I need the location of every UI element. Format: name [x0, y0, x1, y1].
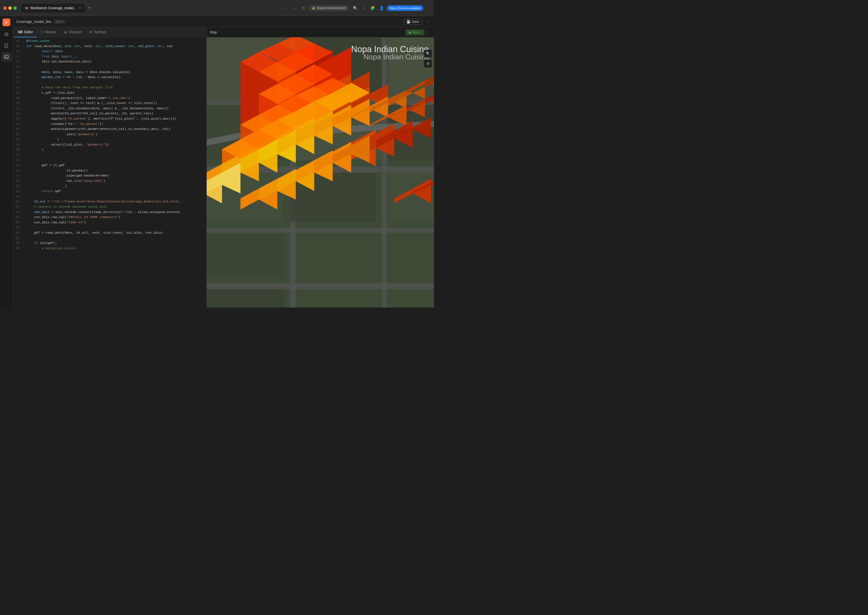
reload-button[interactable]: ↻ [300, 5, 307, 11]
table-row: 53 con_ibis.raw_sql("INSTALL h3 FROM com… [13, 215, 206, 220]
table-row: 23 ibis.set_backend(con_ibis) [13, 59, 206, 64]
forward-button[interactable]: → [291, 5, 299, 11]
table-row: 24 [13, 64, 206, 70]
table-row: 57 [13, 236, 206, 241]
table-row: 52 con_ibis = ibis.duckdb.connect(temp_d… [13, 210, 206, 215]
table-row: 29 t_gdf = (con_ibis [13, 91, 206, 96]
sidebar-item-editor[interactable] [2, 52, 11, 62]
chevron-down-icon: ▾ [62, 20, 63, 23]
svg-text:F: F [5, 20, 8, 25]
tab-bar: W Workbench Coverage_model... ✕ + [21, 4, 280, 12]
tile-label: Tile [56, 20, 61, 23]
svg-text:Nopa Indian Cuisine: Nopa Indian Cuisine [351, 44, 429, 54]
browser-controls: ← → ↻ 🔒 fused.io/workbench [282, 5, 349, 11]
profile-icon[interactable]: 👤 [378, 5, 386, 11]
new-chrome-badge[interactable]: New Chrome available [387, 5, 424, 11]
lock-icon: 🔒 [312, 6, 315, 9]
active-tab[interactable]: W Workbench Coverage_model... ✕ [21, 4, 85, 12]
sidebar: F [0, 16, 13, 308]
extensions-icon[interactable]: 🧩 [368, 5, 377, 11]
run-button[interactable]: ▶ Run ▾ [405, 29, 424, 35]
table-row: 39 .select([col_plot, 'geometry']) [13, 142, 206, 147]
map-title: Map [210, 30, 217, 34]
svg-rect-3 [5, 55, 8, 59]
split-view: ⌨ Editor ⬡ Module ◈ Visualize ⚙ Settings [13, 27, 434, 308]
back-button[interactable]: ← [282, 5, 289, 11]
settings-tab-icon: ⚙ [89, 30, 92, 34]
maximize-button[interactable] [13, 6, 17, 10]
map-layers-button[interactable]: ⊞ [424, 60, 432, 67]
table-row: 31 .filter((_.tech == tech) & (_.site_co… [13, 101, 206, 106]
table-row: 47 ) [13, 184, 206, 189]
file-title: Coverage_model_ibis [16, 20, 51, 24]
editor-tab-icon: ⌨ [18, 30, 23, 34]
table-row: 40 ) [13, 147, 206, 153]
table-row: 26 parent_res = 15 - (19 - bbox.z.values… [13, 75, 206, 80]
close-button[interactable] [3, 6, 7, 10]
search-icon[interactable]: 🔍 [351, 5, 359, 11]
browser-actions: 🔍 ☆ 🧩 👤 New Chrome available ⋮ [351, 5, 431, 11]
table-row: 42 [13, 158, 206, 163]
browser-chrome: W Workbench Coverage_model... ✕ + ← → ↻ … [0, 0, 434, 16]
table-row: 37 .cast('geometry') [13, 132, 206, 137]
tab-visualize[interactable]: ◈ Visualize [60, 27, 86, 37]
table-row: 38 ) [13, 137, 206, 142]
tab-editor[interactable]: ⌨ Editor [14, 27, 37, 37]
table-row: 28 # Read the data from the parquet file [13, 85, 206, 91]
table-row: 54 con_ibis.raw_sql("LOAD h3") [13, 220, 206, 225]
tab-close-button[interactable]: ✕ [79, 6, 81, 9]
bookmark-icon[interactable]: ☆ [360, 5, 368, 11]
browser-menu-button[interactable]: ⋮ [424, 5, 431, 11]
editor-tabs: ⌨ Editor ⬡ Module ◈ Visualize ⚙ Settings [13, 27, 206, 37]
svg-rect-57 [207, 289, 283, 308]
visualize-tab-icon: ◈ [64, 30, 67, 34]
code-editor: ⌨ Editor ⬡ Module ◈ Visualize ⚙ Settings [13, 27, 207, 308]
svg-rect-23 [207, 283, 434, 289]
traffic-lights [3, 6, 17, 10]
app-container: F [0, 16, 434, 308]
table-row: 36 .mutate(geometry=ST_GeomFromText(h3_c… [13, 126, 206, 132]
code-content[interactable]: 19 @fused.cache20▾def read_data(bbox, ur… [13, 37, 206, 308]
play-icon: ▶ [409, 30, 411, 34]
save-button[interactable]: 💾 Save [404, 19, 422, 25]
tab-settings[interactable]: ⚙ Settings [86, 27, 110, 37]
svg-rect-22 [207, 228, 434, 233]
table-row: 41 [13, 153, 206, 158]
tile-badge[interactable]: Tile ▾ [53, 19, 66, 24]
table-row: 35 .rename({'h3': 'h3_parent'}) [13, 122, 206, 127]
table-row: 45 .pipe(gpd.GeoDataFrame) [13, 173, 206, 178]
table-row: 27 [13, 80, 206, 85]
tab-module[interactable]: ⬡ Module [37, 27, 60, 37]
table-row: 33 .mutate(h3_parent=h3_cell_to_parent(_… [13, 111, 206, 116]
toolbar-menu-button[interactable]: ⋮ [424, 19, 431, 25]
table-row: 20▾def read_data(bbox, url: str, tech: s… [13, 44, 206, 49]
map-menu-button[interactable]: ⋮ [424, 29, 431, 36]
map-panel: Map ▶ Run ▾ ⋮ [207, 27, 434, 308]
main-content: Coverage_model_ibis Tile ▾ 💾 Save ⋮ ⌨ Ed… [13, 16, 434, 308]
table-row: 25 minx, miny, maxx, maxy = bbox.bounds.… [13, 70, 206, 75]
map-header: Map ▶ Run ▾ ⋮ [207, 27, 434, 37]
table-row: 30 .read_parquet(url, table_name='t_cov_… [13, 96, 206, 101]
table-row: 56 gdf = read_data(bbox, s3_url, tech, s… [13, 230, 206, 236]
table-row: 21 import ibis [13, 49, 206, 54]
map-background[interactable]: Scott Pierce Fulton St Fell St Alamo Hei… [207, 37, 434, 308]
table-row: 50 s3_url = r"s3://fused-asset/misc/digi… [13, 199, 206, 204]
sidebar-item-files[interactable] [2, 41, 11, 51]
svg-rect-30 [382, 37, 387, 308]
save-icon: 💾 [407, 20, 411, 24]
sidebar-item-layers[interactable] [2, 30, 11, 40]
table-row: 34 .agg(by=['h3_parent'], metrics={f'{co… [13, 116, 206, 122]
map-search-button[interactable]: 🔍 [424, 50, 432, 58]
table-row: 48 return gdf [13, 189, 206, 194]
svg-rect-52 [207, 234, 283, 277]
tab-title: Workbench Coverage_model... [30, 6, 76, 10]
minimize-button[interactable] [8, 6, 12, 10]
module-tab-icon: ⬡ [41, 30, 44, 34]
toolbar: Coverage_model_ibis Tile ▾ 💾 Save ⋮ [13, 16, 434, 27]
new-tab-button[interactable]: + [86, 5, 94, 11]
map-svg: Scott Pierce Fulton St Fell St Alamo Hei… [207, 37, 434, 308]
url-text: fused.io/workbench [317, 6, 346, 10]
app-logo[interactable]: F [3, 19, 10, 26]
address-bar[interactable]: 🔒 fused.io/workbench [308, 5, 349, 11]
table-row: 19 @fused.cache [13, 39, 206, 44]
